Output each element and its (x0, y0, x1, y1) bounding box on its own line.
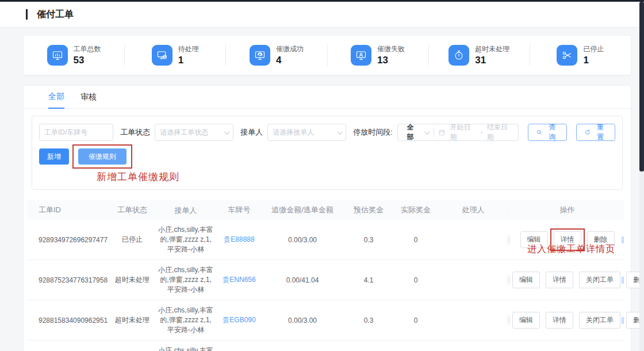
page-header: 催付工单 (0, 2, 639, 28)
cell-actual-bonus: 0 (395, 316, 436, 325)
stat-value: 31 (475, 55, 509, 66)
filter-panel: 工单ID/车牌号 工单状态 请选择工单状态 接单人 请选择接单人 停放时间段: … (32, 116, 623, 190)
header-assignee: 接单人 (156, 205, 216, 215)
calendar-icon (438, 129, 446, 136)
period-label: 停放时间段: (353, 127, 393, 138)
scrollbar-thumb[interactable] (639, 2, 644, 171)
status-select[interactable]: 请选择工单状态 (155, 124, 233, 141)
stat-value: 1 (583, 55, 604, 66)
assignee-placeholder: 请选择接单人 (273, 128, 314, 138)
cell-plate-link[interactable]: 贵ENN656 (216, 275, 263, 285)
stat-value: 13 (377, 55, 405, 66)
search-icon (536, 129, 543, 136)
annotation-enter-detail: 进入催缴工单详情页 (527, 243, 615, 255)
chevron-down-icon (224, 129, 230, 135)
scrollbar-track[interactable] (639, 2, 644, 351)
stat-order-total: 工单总数53 (24, 44, 124, 66)
reset-button[interactable]: 重置 (576, 124, 615, 141)
chevron-down-icon (337, 129, 343, 135)
search-button-label: 查询 (546, 123, 559, 142)
table-row: 928815834090962951超时未处理小庄,chs,silly,丰富的,… (27, 300, 624, 341)
cell-order-id: 928815834090962951 (27, 316, 109, 325)
cell-status: 已停止 (109, 235, 156, 245)
cell-actual-bonus: 0 (395, 276, 436, 284)
chevron-down-icon (424, 129, 430, 135)
stat-label: 催缴成功 (276, 44, 304, 54)
header-status: 工单状态 (109, 205, 156, 215)
action-button[interactable]: 详情 (546, 272, 573, 288)
clipped-content (622, 277, 624, 284)
assignee-select[interactable]: 请选择接单人 (267, 124, 346, 141)
tab-all[interactable]: 全部 (48, 91, 64, 109)
reset-button-label: 重置 (594, 123, 607, 142)
table-header: 工单ID 工单状态 接单人 车牌号 追缴金额/逃单金额 预估奖金 实际奖金 处理… (27, 200, 624, 220)
stat-label: 超时未处理 (475, 44, 509, 54)
filter-row: 工单ID/车牌号 工单状态 请选择工单状态 接单人 请选择接单人 停放时间段: … (39, 124, 615, 141)
cell-status: 超时未处理 (109, 315, 156, 325)
title-accent-bar (26, 9, 28, 20)
cell-actions: 编辑详情删除进入催缴工单详情页 (510, 231, 624, 248)
date-separator: - (481, 128, 483, 136)
monitor-pending-icon (152, 45, 172, 66)
cell-amount: 0.00/3.00 (263, 316, 342, 325)
monitor-user-icon (351, 45, 371, 66)
stat-label: 已停止 (583, 44, 604, 54)
cell-estimated-bonus: 0.3 (342, 316, 395, 325)
cell-actions: 编辑详情关闭工单删除 (510, 272, 644, 288)
cell-actual-bonus: 0 (395, 236, 436, 244)
cell-assignee: 小庄,chs,silly,丰富的,弹窗,zzzz z,1,平安路-小林 (156, 346, 216, 351)
collection-rules-button[interactable]: 催缴规则 (78, 148, 126, 165)
action-button[interactable]: 关闭工单 (579, 312, 620, 329)
action-button-group: 编辑详情关闭工单删除 (512, 272, 644, 288)
action-row: 新增 催缴规则 (39, 148, 615, 165)
cell-order-id: 928875234776317958 (27, 276, 109, 284)
header-actions: 操作 (510, 205, 624, 215)
header-plate: 车牌号 (216, 205, 263, 215)
cell-assignee: 小庄,chs,silly,丰富的,弹窗,zzzz z,1,平安路-小林 (156, 225, 216, 254)
clipped-content (622, 236, 624, 243)
action-button[interactable]: 编辑 (512, 312, 540, 329)
main-card: 全部 审核 工单ID/车牌号 工单状态 请选择工单状态 接单人 请选择接单人 停… (23, 85, 631, 351)
table-body: 928934972696297477已停止小庄,chs,silly,丰富的,弹窗… (27, 220, 624, 351)
window-top-edge (0, 0, 644, 2)
stat-stopped: 已停止1 (530, 44, 631, 66)
stat-label: 待处理 (178, 44, 199, 54)
monitor-at-icon (250, 45, 270, 66)
status-placeholder: 请选择工单状态 (160, 128, 208, 138)
annotation-add-rules: 新增工单催缴规则 (97, 170, 615, 184)
header-actual-bonus: 实际奖金 (395, 205, 436, 215)
header-estimated-bonus: 预估奖金 (342, 205, 395, 215)
date-start-placeholder[interactable]: 开始日期 (450, 123, 476, 142)
refresh-icon (584, 129, 591, 136)
stopwatch-icon (448, 45, 469, 66)
table-row: 928934972696297477已停止小庄,chs,silly,丰富的,弹窗… (27, 220, 624, 260)
cell-plate-link[interactable]: 贵E88888 (216, 235, 263, 245)
stat-label: 工单总数 (74, 44, 101, 54)
table-row: 928674255376220163超时未处理小庄,chs,silly,丰富的,… (27, 341, 624, 351)
cell-status: 超时未处理 (109, 275, 156, 285)
header-amount: 追缴金额/逃单金额 (263, 205, 342, 215)
action-button[interactable]: 详情 (546, 312, 573, 329)
cell-amount: 0.00/41.04 (263, 276, 342, 284)
stat-value: 53 (74, 55, 101, 66)
action-button[interactable]: 关闭工单 (579, 272, 620, 288)
period-select[interactable]: 全部 (402, 123, 430, 142)
stat-value: 4 (276, 55, 304, 66)
cell-order-id: 928934972696297477 (27, 236, 109, 244)
date-end-placeholder[interactable]: 结束日期 (487, 123, 513, 142)
action-button[interactable]: 编辑 (512, 272, 540, 288)
stat-failed: 催缴失败13 (328, 44, 428, 66)
cell-plate-link[interactable]: 贵EGB090 (216, 315, 263, 325)
table-row: 928875234776317958超时未处理小庄,chs,silly,丰富的,… (27, 260, 624, 300)
stat-value: 1 (178, 55, 199, 66)
date-range-control[interactable]: 全部 开始日期 - 结束日期 (397, 124, 519, 141)
add-button[interactable]: 新增 (39, 148, 69, 165)
stats-card: 工单总数53 待处理1 催缴成功4 催缴失败13 超时未处理31 已停止1 (23, 35, 631, 75)
tab-audit[interactable]: 审核 (80, 92, 97, 108)
stat-pending: 待处理1 (125, 44, 225, 66)
search-button[interactable]: 查询 (528, 124, 567, 141)
action-button-group: 编辑详情关闭工单删除 (512, 312, 644, 329)
header-handler: 处理人 (436, 205, 510, 215)
keyword-input[interactable]: 工单ID/车牌号 (39, 124, 113, 141)
scissors-icon (557, 45, 577, 66)
